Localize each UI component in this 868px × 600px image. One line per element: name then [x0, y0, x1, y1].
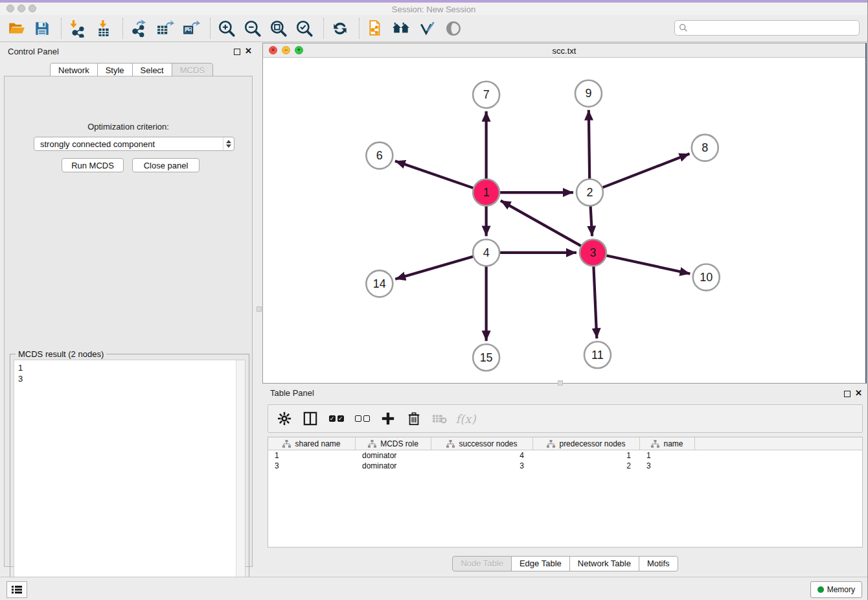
table-float-panel-icon[interactable] [844, 391, 851, 397]
svg-text:2: 2 [586, 186, 593, 199]
apply-layout-icon[interactable] [330, 19, 350, 38]
horizontal-divider-drag-handle[interactable] [558, 380, 563, 386]
column-header-name[interactable]: name [640, 437, 695, 450]
zoom-selected-icon[interactable] [295, 19, 314, 38]
close-panel-icon[interactable]: ✕ [245, 46, 252, 56]
clone-network-icon[interactable] [366, 19, 385, 38]
graph-node-2[interactable]: 2 [577, 179, 603, 206]
zoom-in-icon[interactable] [217, 19, 236, 38]
control-panel: Control Panel ✕ NetworkStyleSelectMCDS O… [0, 43, 257, 570]
graph-edge-1-6[interactable] [395, 161, 474, 188]
graph-node-7[interactable]: 7 [473, 82, 499, 108]
table-tab-node-table[interactable]: Node Table [452, 556, 512, 571]
task-history-button[interactable] [6, 581, 27, 598]
control-panel-title: Control Panel [8, 47, 59, 56]
table-close-panel-icon[interactable]: ✕ [855, 388, 862, 398]
zoom-fit-icon[interactable] [269, 19, 288, 38]
graph-edge-3-1[interactable] [501, 201, 582, 246]
column-header-shared-name[interactable]: shared name [268, 437, 356, 450]
search-icon [679, 23, 688, 32]
table-tab-edge-table[interactable]: Edge Table [511, 556, 570, 571]
main-toolbar [0, 15, 867, 42]
table-row[interactable]: 1dominator411 [268, 450, 862, 461]
memory-label: Memory [827, 585, 855, 594]
graph-node-3[interactable]: 3 [580, 239, 606, 266]
graph-edge-3-10[interactable] [606, 255, 690, 273]
graph-node-10[interactable]: 10 [693, 264, 720, 290]
graph-edge-2-9[interactable] [589, 110, 589, 179]
optimization-criterion-select[interactable]: strongly connected component [34, 137, 234, 151]
svg-text:4: 4 [483, 246, 490, 259]
toolbar-separator [122, 18, 124, 39]
export-image-icon[interactable] [181, 19, 201, 38]
run-mcds-button[interactable]: Run MCDS [62, 158, 124, 172]
toggle-contrast-icon[interactable] [444, 19, 463, 38]
application-window: Session: New Session [0, 0, 868, 600]
hide-graphics-details-icon[interactable] [418, 19, 437, 38]
graph-node-11[interactable]: 11 [584, 341, 611, 368]
svg-text:7: 7 [483, 88, 490, 101]
toolbar-separator [210, 18, 211, 39]
result-scrollbar[interactable] [236, 360, 245, 589]
memory-status-icon [817, 586, 824, 593]
node-table[interactable]: shared nameMCDS rolesuccessor nodesprede… [268, 437, 863, 548]
graph-node-6[interactable]: 6 [366, 143, 393, 169]
mcds-panel: Optimization criterion: strongly connect… [4, 76, 253, 567]
mcds-result-line: 1 [18, 362, 241, 373]
import-table-icon[interactable] [94, 19, 113, 38]
export-network-icon[interactable] [130, 19, 149, 38]
svg-text:1: 1 [483, 186, 490, 199]
table-cell: dominator [356, 461, 431, 470]
divider-drag-handle[interactable] [257, 306, 262, 312]
delete-column-icon[interactable] [405, 410, 422, 427]
graph-node-4[interactable]: 4 [473, 239, 499, 266]
table-cell: 3 [431, 461, 533, 470]
graph-edge-2-8[interactable] [602, 154, 690, 187]
graph-node-14[interactable]: 14 [366, 270, 393, 297]
export-table-icon[interactable] [155, 19, 175, 38]
table-toolbar: ✓✓ f(x) [268, 404, 863, 433]
column-header-successor-nodes[interactable]: successor nodes [431, 437, 533, 450]
graph-node-15[interactable]: 15 [473, 344, 499, 371]
add-column-icon[interactable] [380, 410, 396, 427]
toolbar-separator [61, 18, 62, 39]
svg-text:8: 8 [702, 141, 708, 154]
svg-text:3: 3 [589, 246, 596, 259]
table-cell: 1 [640, 451, 695, 460]
table-panel: Table Panel ✕ ✓✓ f( [262, 386, 868, 577]
table-cell: 4 [431, 451, 533, 460]
home-icon[interactable] [392, 19, 411, 38]
table-panel-tabs: Node TableEdge TableNetwork TableMotifs [262, 556, 868, 571]
split-panel-icon[interactable] [302, 410, 319, 427]
table-header-row: shared nameMCDS rolesuccessor nodesprede… [268, 437, 862, 450]
float-panel-icon[interactable] [234, 49, 240, 55]
deselect-all-icon[interactable] [354, 410, 371, 427]
memory-button[interactable]: Memory [810, 581, 862, 598]
graph-edge-4-14[interactable] [395, 257, 474, 279]
table-row[interactable]: 3dominator323 [268, 461, 862, 471]
column-header-MCDS-role[interactable]: MCDS role [356, 437, 431, 450]
table-tab-network-table[interactable]: Network Table [569, 556, 639, 571]
graph-edge-3-11[interactable] [593, 266, 597, 338]
column-header-predecessor-nodes[interactable]: predecessor nodes [533, 437, 640, 450]
graph-edge-2-3[interactable] [591, 205, 593, 236]
table-tab-motifs[interactable]: Motifs [639, 556, 678, 571]
open-session-icon[interactable] [6, 19, 26, 38]
search-input[interactable] [691, 21, 859, 34]
graph-node-8[interactable]: 8 [692, 135, 718, 161]
table-cell: 2 [533, 461, 640, 470]
mcds-result-textarea[interactable]: 13 [14, 360, 246, 590]
graph-node-9[interactable]: 9 [575, 80, 602, 107]
table-cell: 1 [533, 451, 640, 460]
select-all-icon[interactable]: ✓✓ [328, 410, 345, 427]
table-settings-icon[interactable] [276, 410, 293, 427]
graph-node-1[interactable]: 1 [473, 179, 499, 206]
network-canvas-svg[interactable]: 7968124314101511 [263, 58, 865, 383]
search-field[interactable] [674, 20, 860, 36]
network-window-title: scc.txt [263, 46, 865, 56]
optimization-criterion-label: Optimization criterion: [5, 122, 252, 132]
zoom-out-icon[interactable] [243, 19, 262, 38]
close-panel-button[interactable]: Close panel [132, 158, 200, 172]
import-network-icon[interactable] [68, 19, 87, 38]
save-session-icon[interactable] [32, 19, 52, 38]
